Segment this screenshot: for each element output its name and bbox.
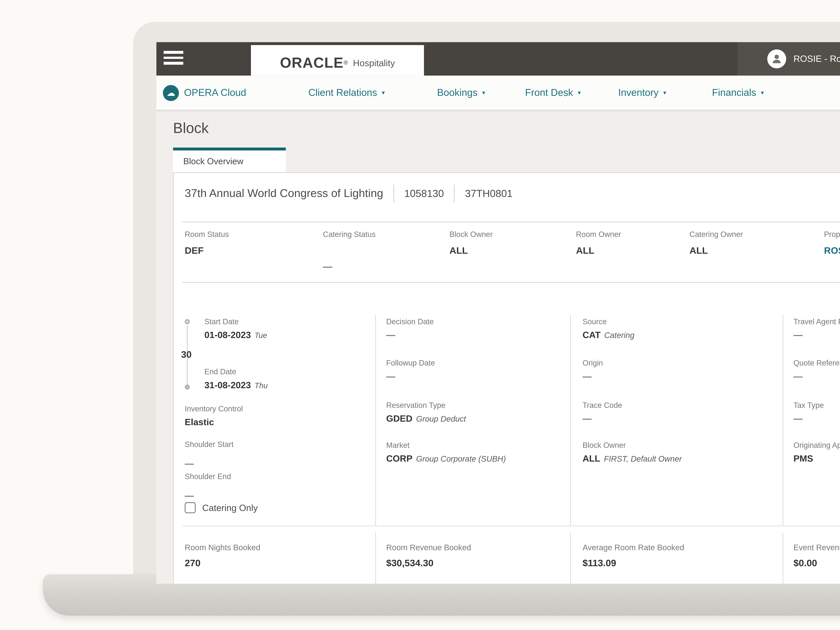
- stat-label: Average Room Rate Booked: [583, 543, 775, 552]
- block-header: 37th Annual World Congress of Lighting 1…: [185, 179, 513, 208]
- stat-value: $30,534.30: [386, 558, 564, 569]
- field-origin: Origin —: [583, 358, 603, 382]
- page-body: Block ? Help Block Overview 37th Annual …: [156, 110, 840, 584]
- timeline-end-dot: [185, 384, 190, 389]
- chevron-down-icon: ▼: [662, 90, 667, 95]
- stat-value: 270: [185, 558, 370, 569]
- opera-cloud-icon: ☁: [163, 85, 179, 101]
- checkbox-label: Catering Only: [202, 503, 258, 513]
- details-column-references: Travel Agent Record Locator — Quote Refe…: [793, 315, 840, 525]
- field-qualifier: FIRST, Default Owner: [604, 454, 682, 463]
- block-name: 37th Annual World Congress of Lighting: [185, 187, 383, 200]
- status-value-property-link[interactable]: ROSIE: [824, 245, 840, 256]
- stat-room-revenue: Room Revenue Booked $30,534.30 Room Reve…: [386, 543, 564, 584]
- field-label: Inventory Control: [185, 404, 243, 413]
- field-value: ALL: [583, 454, 600, 464]
- nav-item-client-relations[interactable]: Client Relations▼: [308, 76, 386, 110]
- field-quote-reference-number: Quote Reference Number —: [793, 358, 840, 382]
- field-start-date: Start Date 01-08-2023Tue: [204, 317, 267, 340]
- field-value: Elastic: [185, 417, 243, 427]
- status-value: DEF: [185, 245, 229, 256]
- field-label: Tax Type: [793, 400, 824, 409]
- tab-block-overview[interactable]: Block Overview: [173, 148, 286, 172]
- status-label: Room Status: [185, 230, 229, 238]
- field-label: Block Owner: [583, 440, 682, 449]
- nav-brand-opera-cloud[interactable]: ☁ OPERA Cloud: [163, 76, 246, 110]
- current-property-label: ROSIE - Rosies B&B Hotel: [793, 54, 840, 64]
- nav-item-label: Financials: [712, 87, 756, 98]
- field-label: Origin: [583, 358, 603, 367]
- divider: [183, 526, 840, 526]
- field-label: Decision Date: [386, 317, 434, 326]
- divider: [183, 282, 840, 283]
- stat-label: Room Nights Booked: [185, 543, 370, 552]
- field-qualifier: Catering: [604, 331, 635, 340]
- field-value: —: [793, 330, 840, 340]
- chevron-down-icon: ▼: [481, 90, 486, 95]
- field-label: Travel Agent Record Locator: [793, 317, 840, 326]
- nav-item-label: Client Relations: [308, 87, 377, 98]
- field-label: Shoulder Start: [185, 440, 234, 449]
- stat-room-nights: Room Nights Booked 270 Room Nights Picke…: [185, 543, 370, 584]
- block-details-section: Start Date 01-08-2023Tue 30 End Date 31-…: [174, 315, 840, 525]
- field-label: Quote Reference Number: [793, 358, 840, 367]
- status-label: Block Owner: [449, 230, 493, 238]
- field-value: —: [386, 372, 435, 382]
- field-value: GDED: [386, 414, 412, 424]
- chevron-down-icon: ▼: [577, 90, 582, 95]
- field-value: —: [583, 372, 603, 382]
- status-label: Catering Owner: [690, 230, 743, 238]
- user-menu[interactable]: ROSIE - Rosies B&B Hotel: [767, 42, 840, 76]
- field-label: Market: [386, 440, 506, 449]
- stat-average-rate: Average Room Rate Booked $113.09 Average…: [583, 543, 775, 584]
- field-value: —: [793, 372, 840, 382]
- field-source: Source CATCatering: [583, 317, 635, 340]
- registered-mark: ®: [344, 60, 348, 66]
- nav-item-inventory[interactable]: Inventory▼: [618, 76, 667, 110]
- details-column-dates: Start Date 01-08-2023Tue 30 End Date 31-…: [185, 315, 370, 525]
- oracle-logo-text: ORACLE: [280, 55, 344, 71]
- field-label: Shoulder End: [185, 472, 231, 480]
- stat-label: Room Revenue Booked: [386, 543, 564, 552]
- divider: [375, 315, 376, 525]
- nav-item-front-desk[interactable]: Front Desk▼: [525, 76, 582, 110]
- nights-count: 30: [181, 349, 192, 360]
- divider: [375, 533, 376, 584]
- details-column-source: Source CATCatering Origin — Trace Code —: [583, 315, 775, 525]
- hamburger-menu-icon[interactable]: [164, 51, 183, 67]
- chevron-down-icon: ▼: [381, 90, 386, 95]
- screen: ORACLE® Hospitality ROSIE - Rosies B&B H…: [156, 42, 840, 584]
- catering-only-checkbox-row[interactable]: Catering Only: [185, 502, 258, 513]
- field-label: Followup Date: [386, 358, 435, 367]
- field-value: 31-08-2023: [204, 380, 251, 391]
- field-value: —: [185, 491, 231, 501]
- application-top-bar: ORACLE® Hospitality ROSIE - Rosies B&B H…: [156, 42, 840, 76]
- status-catering-owner: Catering Owner ALL: [690, 230, 743, 256]
- field-trace-code: Trace Code —: [583, 400, 622, 424]
- divider: [783, 315, 783, 525]
- field-value: CORP: [386, 454, 412, 464]
- field-tax-type: Tax Type —: [793, 400, 824, 424]
- field-qualifier: Group Deduct: [416, 414, 466, 423]
- divider: [393, 185, 394, 202]
- timeline-start-dot: [185, 319, 190, 324]
- nav-item-bookings[interactable]: Bookings▼: [437, 76, 486, 110]
- field-label: Reservation Type: [386, 400, 466, 409]
- field-qualifier: Group Corporate (SUBH): [416, 454, 506, 463]
- field-decision-date: Decision Date —: [386, 317, 434, 340]
- main-nav-bar: ☁ OPERA Cloud Client Relations▼ Bookings…: [156, 76, 840, 110]
- status-value: ALL: [576, 245, 621, 256]
- field-block-owner: Block Owner ALLFIRST, Default Owner: [583, 440, 682, 464]
- checkbox-unchecked[interactable]: [185, 502, 196, 513]
- status-value: —: [323, 261, 376, 272]
- field-label: Originating Application: [793, 440, 840, 449]
- details-column-reservation: Decision Date — Followup Date — Reservat…: [386, 315, 564, 525]
- divider: [570, 315, 571, 525]
- divider: [570, 533, 571, 584]
- oracle-hospitality-logo: ORACLE® Hospitality: [251, 45, 424, 80]
- nav-item-financials[interactable]: Financials▼: [712, 76, 765, 110]
- field-value: —: [583, 414, 622, 424]
- status-room-status: Room Status DEF: [185, 230, 229, 256]
- divider: [183, 222, 840, 222]
- block-overview-card: 37th Annual World Congress of Lighting 1…: [173, 172, 840, 584]
